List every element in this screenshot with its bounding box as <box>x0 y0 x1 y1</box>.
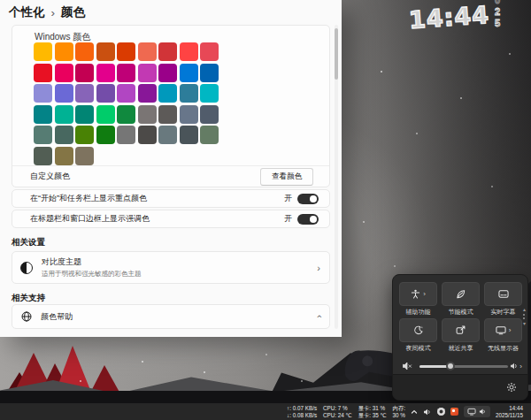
toggle-state-label: 开 <box>284 213 292 225</box>
color-swatch[interactable] <box>158 105 177 124</box>
tray-app-orange-icon[interactable] <box>450 408 458 416</box>
color-swatch[interactable] <box>180 42 198 61</box>
color-swatch[interactable] <box>34 126 52 144</box>
accessibility-tile[interactable]: › <box>399 282 437 306</box>
color-swatch[interactable] <box>96 64 115 82</box>
color-swatch[interactable] <box>96 42 115 61</box>
pager-dot <box>523 317 525 319</box>
settings-gear-icon[interactable] <box>506 382 517 393</box>
volume-slider[interactable] <box>419 365 508 368</box>
accessibility-icon <box>411 289 420 299</box>
color-swatch[interactable] <box>180 84 198 103</box>
color-swatch[interactable] <box>138 42 157 61</box>
color-swatch[interactable] <box>117 126 135 144</box>
color-help-label: 颜色帮助 <box>41 311 73 323</box>
breadcrumb-personalization[interactable]: 个性化 <box>9 4 45 20</box>
audio-output-button[interactable]: › <box>510 362 522 370</box>
tray-volume-icon[interactable] <box>423 408 432 416</box>
color-swatch[interactable] <box>200 42 219 61</box>
breadcrumb: 个性化 › 颜色 <box>9 4 85 20</box>
color-swatch[interactable] <box>34 105 52 124</box>
color-swatch[interactable] <box>34 64 52 82</box>
color-swatch[interactable] <box>75 147 94 165</box>
chevron-right-icon: › <box>423 290 426 298</box>
color-swatch[interactable] <box>158 84 177 103</box>
accent-on-titlebars-toggle[interactable] <box>297 214 319 225</box>
color-swatch[interactable] <box>55 64 73 82</box>
breadcrumb-separator: › <box>51 6 56 19</box>
volume-mute-icon[interactable] <box>402 361 412 371</box>
night-light-tile[interactable] <box>399 318 437 342</box>
quick-settings-panel: › 辅助功能 节能模式 实时字幕 <box>392 274 528 401</box>
color-swatch[interactable] <box>55 126 73 144</box>
color-swatch[interactable] <box>180 64 198 82</box>
color-swatch[interactable] <box>138 105 157 124</box>
windows-colors-card: Windows 颜色 自定义颜色 查看颜色 <box>12 25 330 187</box>
volume-slider-thumb[interactable] <box>446 362 455 370</box>
color-swatch[interactable] <box>117 105 135 124</box>
memory-label: 内存: <box>393 405 405 412</box>
color-swatch[interactable] <box>55 84 73 103</box>
settings-window: 个性化 › 颜色 Windows 颜色 自定义颜色 查看颜色 在“开始”和任务栏… <box>0 0 342 337</box>
globe-icon <box>21 311 32 322</box>
taskbar-clock[interactable]: 14:44 2025/11/15 <box>496 405 523 419</box>
color-swatch[interactable] <box>138 84 157 103</box>
tray-speaker-icon <box>479 408 487 416</box>
color-swatch[interactable] <box>96 126 115 144</box>
color-swatch[interactable] <box>117 84 135 103</box>
accent-on-start-taskbar-toggle[interactable] <box>297 194 319 204</box>
color-swatch[interactable] <box>55 105 73 124</box>
color-swatch[interactable] <box>34 147 52 165</box>
chevron-up-icon[interactable]: › <box>313 315 324 318</box>
color-swatch[interactable] <box>55 42 73 61</box>
desktop-clock-time: 14:44 <box>408 1 490 34</box>
color-swatch[interactable] <box>138 64 157 82</box>
color-swatch[interactable] <box>75 42 94 61</box>
quick-settings-pager[interactable]: ▴ ▾ <box>523 307 526 326</box>
color-swatch[interactable] <box>158 126 177 144</box>
color-swatch[interactable] <box>75 126 94 144</box>
pager-down-arrow[interactable]: ▾ <box>523 321 526 326</box>
traffic-monitor[interactable]: ↑: 0.07 KB/s ↓: 0.08 KB/s CPU: 7 % CPU: … <box>287 405 405 419</box>
color-swatch[interactable] <box>158 64 177 82</box>
quick-settings-button[interactable] <box>464 406 490 417</box>
settings-scrollbar <box>335 25 338 329</box>
color-swatch[interactable] <box>75 84 94 103</box>
view-colors-button[interactable]: 查看颜色 <box>260 168 313 186</box>
color-swatch[interactable] <box>96 84 115 103</box>
color-swatch[interactable] <box>138 126 157 144</box>
color-swatch[interactable] <box>34 42 52 61</box>
color-swatch[interactable] <box>34 84 52 103</box>
related-support-header: 相关支持 <box>12 293 45 304</box>
color-swatch[interactable] <box>200 64 219 82</box>
color-swatch[interactable] <box>75 64 94 82</box>
pager-up-arrow[interactable]: ▴ <box>523 307 526 312</box>
toggle-state-label: 开 <box>284 193 292 204</box>
cast-icon <box>496 325 506 335</box>
quick-settings-grid: › 辅助功能 节能模式 实时字幕 <box>399 282 522 352</box>
wireless-display-tile[interactable]: › <box>484 318 522 342</box>
color-swatch[interactable] <box>117 64 135 82</box>
color-swatch[interactable] <box>180 126 198 144</box>
energy-saver-tile[interactable] <box>442 282 480 306</box>
scrollbar-thumb[interactable] <box>335 28 338 80</box>
color-swatch[interactable] <box>180 105 198 124</box>
tray-app-circle-icon[interactable] <box>437 408 445 416</box>
live-captions-tile[interactable] <box>484 282 522 306</box>
nearby-sharing-tile[interactable] <box>442 318 480 342</box>
tray-overflow-chevron-icon[interactable] <box>411 409 418 416</box>
color-swatch[interactable] <box>158 42 177 61</box>
color-swatch[interactable] <box>200 126 219 144</box>
color-help-row[interactable]: 颜色帮助 › <box>12 304 330 329</box>
contrast-themes-row[interactable]: 对比度主题 适用于弱视和强光敏感的彩色主题 › <box>12 251 330 284</box>
tile-label: 节能模式 <box>449 308 473 316</box>
tile-label: 夜间模式 <box>406 344 431 352</box>
color-swatch[interactable] <box>96 105 115 124</box>
related-settings-header: 相关设置 <box>12 237 45 248</box>
color-swatch[interactable] <box>200 105 219 124</box>
color-swatch[interactable] <box>200 84 219 103</box>
color-swatch[interactable] <box>117 42 135 61</box>
night-light-icon <box>413 325 423 335</box>
color-swatch[interactable] <box>55 147 73 165</box>
color-swatch[interactable] <box>75 105 94 124</box>
